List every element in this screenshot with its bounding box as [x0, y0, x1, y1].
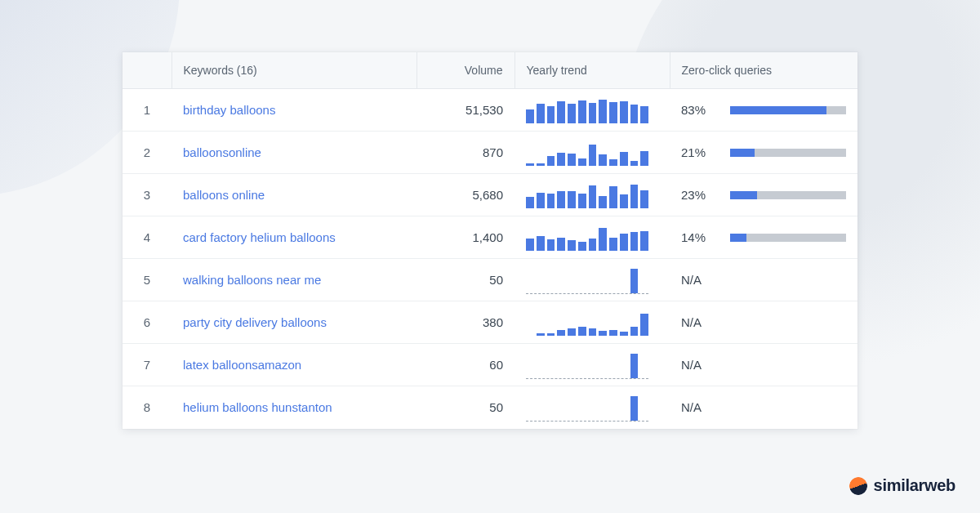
- table-row[interactable]: 3balloons online5,68023%: [122, 174, 858, 216]
- trend-bar: [537, 333, 545, 336]
- table-row[interactable]: 6party city delivery balloons380N/A: [122, 301, 858, 344]
- keyword-link[interactable]: birthday balloons: [183, 103, 275, 117]
- keyword-cell: party city delivery balloons: [172, 301, 416, 344]
- trend-bar: [640, 151, 648, 166]
- trend-cell: [514, 132, 670, 174]
- trend-bar: [537, 163, 545, 166]
- table-row[interactable]: 2balloonsonline87021%: [122, 132, 858, 174]
- trend-bar: [547, 239, 555, 251]
- trend-cell: [514, 89, 670, 132]
- row-index: 1: [122, 89, 172, 132]
- volume-cell: 1,400: [416, 216, 514, 259]
- trend-bar: [630, 105, 639, 123]
- trend-bar: [620, 152, 628, 166]
- row-index: 4: [122, 216, 172, 259]
- zeroclick-percent: N/A: [681, 400, 717, 414]
- zeroclick-percent: N/A: [681, 358, 717, 372]
- trend-bar: [547, 194, 555, 208]
- trend-bar: [547, 333, 555, 335]
- trend-bar: [609, 159, 617, 166]
- trend-bar: [578, 242, 586, 251]
- keyword-cell: latex balloonsamazon: [172, 344, 416, 386]
- trend-sparkline: [526, 100, 648, 124]
- table-row[interactable]: 5walking balloons near me50N/A: [122, 259, 858, 301]
- volume-cell: 50: [416, 259, 514, 301]
- table-row[interactable]: 1birthday balloons51,53083%: [122, 89, 858, 132]
- table-header-row: Keywords (16) Volume Yearly trend Zero-c…: [122, 52, 858, 89]
- volume-cell: 60: [416, 344, 514, 386]
- trend-bar: [640, 231, 648, 251]
- trend-bar: [537, 236, 545, 251]
- trend-bar: [547, 156, 555, 166]
- trend-bar: [599, 100, 607, 123]
- zeroclick-cell: N/A: [670, 386, 858, 429]
- trend-bar: [609, 186, 617, 208]
- keyword-link[interactable]: helium balloons hunstanton: [183, 400, 332, 414]
- col-header-volume[interactable]: Volume: [416, 52, 514, 89]
- trend-bar: [578, 158, 586, 166]
- zeroclick-percent: 23%: [681, 188, 717, 202]
- zeroclick-percent: 14%: [681, 230, 717, 244]
- col-header-zeroclick[interactable]: Zero-click queries: [670, 52, 858, 89]
- zeroclick-wrap: 21%: [681, 145, 846, 159]
- row-index: 8: [122, 386, 172, 429]
- trend-bar: [599, 154, 607, 166]
- zeroclick-wrap: 14%: [681, 230, 846, 244]
- trend-bar: [568, 240, 576, 251]
- trend-bar: [630, 354, 639, 378]
- keywords-table: Keywords (16) Volume Yearly trend Zero-c…: [122, 52, 858, 429]
- trend-bar: [640, 190, 648, 208]
- col-header-keywords[interactable]: Keywords (16): [172, 52, 416, 89]
- col-header-trend[interactable]: Yearly trend: [514, 52, 670, 89]
- zeroclick-percent: N/A: [681, 315, 717, 329]
- trend-bar: [640, 106, 648, 123]
- trend-bar: [557, 330, 565, 336]
- zeroclick-cell: N/A: [670, 259, 858, 301]
- trend-bar: [609, 238, 617, 251]
- keyword-link[interactable]: walking balloons near me: [183, 273, 321, 287]
- trend-bar: [557, 191, 565, 208]
- trend-bar: [620, 234, 628, 251]
- trend-bar: [630, 269, 639, 293]
- zeroclick-bar-fill: [730, 234, 746, 242]
- trend-bar: [557, 153, 565, 166]
- trend-bar: [578, 100, 586, 123]
- trend-bar: [526, 197, 534, 208]
- keyword-link[interactable]: balloons online: [183, 188, 265, 202]
- trend-bar: [537, 104, 545, 123]
- keyword-link[interactable]: party city delivery balloons: [183, 315, 327, 329]
- trend-sparkline: [526, 142, 648, 167]
- brand-name: similarweb: [874, 476, 956, 495]
- zeroclick-bar: [730, 106, 846, 114]
- table-row[interactable]: 4card factory helium balloons1,40014%: [122, 216, 858, 259]
- trend-bar: [589, 328, 597, 336]
- zeroclick-bar: [730, 191, 846, 199]
- keyword-cell: card factory helium balloons: [172, 216, 416, 259]
- trend-sparkline: [526, 312, 648, 337]
- trend-sparkline: [526, 227, 648, 252]
- keyword-cell: birthday balloons: [172, 89, 416, 132]
- trend-bar: [568, 328, 576, 335]
- keyword-link[interactable]: balloonsonline: [183, 145, 261, 159]
- trend-bar: [620, 194, 628, 208]
- zeroclick-cell: 21%: [670, 132, 858, 174]
- row-index: 5: [122, 259, 172, 301]
- trend-cell: [514, 301, 670, 344]
- trend-bar: [557, 238, 565, 251]
- table-row[interactable]: 8helium balloons hunstanton50N/A: [122, 386, 858, 429]
- volume-cell: 5,680: [416, 174, 514, 216]
- zeroclick-cell: N/A: [670, 301, 858, 344]
- keyword-link[interactable]: card factory helium balloons: [183, 230, 336, 244]
- trend-cell: [514, 216, 670, 259]
- keyword-link[interactable]: latex balloonsamazon: [183, 358, 301, 372]
- table-row[interactable]: 7latex balloonsamazon60N/A: [122, 344, 858, 386]
- zeroclick-wrap: N/A: [681, 358, 846, 372]
- trend-bar: [526, 109, 534, 123]
- trend-bar: [589, 239, 597, 251]
- trend-bar: [599, 228, 607, 251]
- trend-bar: [557, 101, 565, 123]
- zeroclick-cell: 23%: [670, 174, 858, 216]
- zeroclick-wrap: N/A: [681, 315, 846, 329]
- zeroclick-percent: 21%: [681, 145, 717, 159]
- zeroclick-bar-fill: [730, 191, 757, 199]
